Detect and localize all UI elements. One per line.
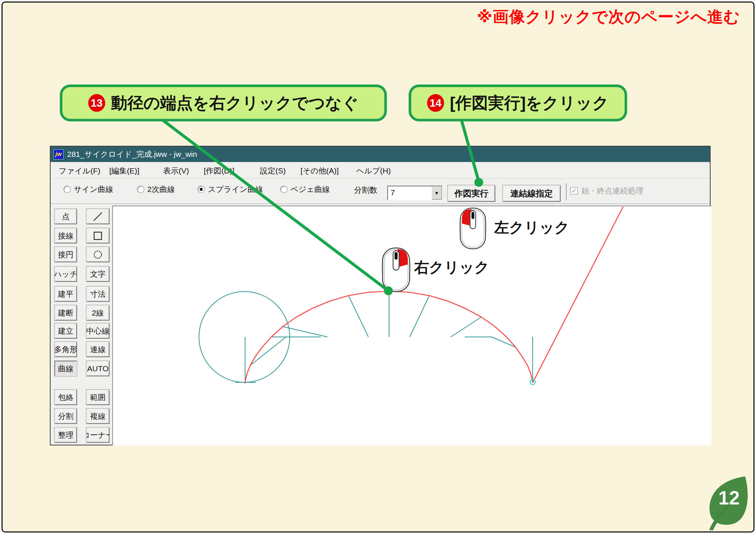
tool-button-point[interactable]: 点 <box>54 209 77 224</box>
tool-button-range[interactable]: 範囲 <box>86 389 110 405</box>
tool-button-dimension[interactable]: 寸法 <box>86 286 110 302</box>
callout-step13: 13 動径の端点を右クリックでつなぐ <box>60 85 387 121</box>
tool-button-tangent[interactable]: 接線 <box>54 228 77 244</box>
tool-button-hatch[interactable]: ハッチ <box>54 266 77 282</box>
radio-icon <box>281 186 287 193</box>
right-click-label: 右クリック <box>414 257 489 278</box>
checkbox-check-icon: ✓ <box>570 187 578 194</box>
rect-icon <box>92 230 103 241</box>
checkbox-label: 始・終点連続処理 <box>581 186 643 196</box>
tool-button-line[interactable] <box>86 209 110 224</box>
start-end-continuous-checkbox[interactable]: ✓ 始・終点連続処理 <box>570 186 643 196</box>
radius-vector-1 <box>250 337 286 365</box>
menu-draw[interactable]: [作図(D)] <box>204 166 234 176</box>
menu-other[interactable]: [その他(A)] <box>300 166 339 176</box>
next-page-note: ※画像クリックで次のページへ進む <box>477 6 740 28</box>
tool-button-centerline[interactable]: 中心線 <box>86 323 110 339</box>
connect-line-button[interactable]: 連結線指定 <box>502 185 561 202</box>
division-count-combobox[interactable]: 7 ▼ <box>387 186 443 200</box>
menu-file[interactable]: ファイル(F) <box>59 166 100 176</box>
tool-button-kendan[interactable]: 建断 <box>54 305 77 321</box>
callout-step14: 14 [作図実行]をクリック <box>409 85 627 121</box>
tool-button-corner[interactable]: コーナー <box>86 427 110 443</box>
page-number: 12 <box>716 487 742 509</box>
radius-vector-3 <box>348 296 368 337</box>
step-number-badge: 13 <box>88 94 105 112</box>
page-number-leaf: 12 <box>703 474 755 530</box>
radio-label: スプライン曲線 <box>208 184 263 194</box>
radio-label: ベジェ曲線 <box>291 184 330 194</box>
menubar: ファイル(F) [編集(E)] 表示(V) [作図(D)] 設定(S) [その他… <box>51 162 710 179</box>
tool-button-tidy[interactable]: 整理 <box>54 427 77 443</box>
tool-button-curve-active[interactable]: 曲線 <box>54 361 77 376</box>
left-click-mouse-icon <box>459 207 487 250</box>
menu-help[interactable]: ヘルプ(H) <box>356 166 391 176</box>
curve-toolbar: サイン曲線 2次曲線 スプライン曲線 ベジェ曲線 分割数 7 ▼ 作図実行 連結… <box>51 179 710 205</box>
radio-sine-curve[interactable]: サイン曲線 <box>64 184 113 194</box>
tool-button-divide[interactable]: 分割 <box>54 408 77 424</box>
tool-button-2lines[interactable]: 2線 <box>86 305 110 321</box>
window-title: 281_サイクロイド_完成.jww - jw_win <box>67 149 197 159</box>
radio-icon <box>137 186 144 193</box>
radio-quadratic-curve[interactable]: 2次曲線 <box>137 184 175 194</box>
tool-button-kenpei[interactable]: 建平 <box>54 286 77 302</box>
tool-button-rectangle[interactable] <box>86 228 110 244</box>
division-count-label: 分割数 <box>354 185 377 195</box>
cycloid-drawing <box>112 206 711 445</box>
callout-text: 動径の端点を右クリックでつなぐ <box>111 92 358 114</box>
tool-button-circle[interactable] <box>86 247 110 262</box>
tool-button-tangent-circle[interactable]: 接円 <box>54 247 77 262</box>
tool-button-kenritsu[interactable]: 建立 <box>54 323 77 339</box>
step-number-badge: 14 <box>427 94 444 112</box>
radio-icon-selected <box>198 186 205 193</box>
radius-vector-5 <box>451 317 481 337</box>
radius-vector-4 <box>410 296 429 337</box>
tool-button-offset[interactable]: 複線 <box>86 408 110 424</box>
radius-vector-6 <box>492 337 516 347</box>
radio-label: 2次曲線 <box>147 184 175 194</box>
radio-bezier-curve[interactable]: ベジェ曲線 <box>281 184 330 194</box>
right-click-mouse-icon <box>381 247 411 293</box>
tool-button-text[interactable]: 文字 <box>86 266 110 282</box>
tool-button-houraku[interactable]: 包絡 <box>54 389 77 405</box>
toolbar-separator <box>566 183 567 200</box>
titlebar[interactable]: jw 281_サイクロイド_完成.jww - jw_win <box>51 147 710 162</box>
line-icon <box>92 211 103 222</box>
left-click-label: 左クリック <box>494 217 570 238</box>
tool-button-polyline[interactable]: 連線 <box>86 341 110 357</box>
radio-spline-curve[interactable]: スプライン曲線 <box>198 184 263 194</box>
callout-text: [作図実行]をクリック <box>450 92 609 114</box>
menu-edit[interactable]: [編集(E)] <box>109 166 140 176</box>
tool-button-auto[interactable]: AUTO <box>86 361 110 376</box>
app-icon: jw <box>54 149 63 159</box>
menu-settings[interactable]: 設定(S) <box>260 166 286 176</box>
combobox-value: 7 <box>388 186 432 200</box>
execute-draw-button[interactable]: 作図実行 <box>447 185 495 202</box>
circle-icon <box>92 249 103 260</box>
tool-button-polygon[interactable]: 多角形 <box>54 341 77 357</box>
slide[interactable]: ※画像クリックで次のページへ進む 13 動径の端点を右クリックでつなぐ 14 [… <box>1 1 755 533</box>
chevron-down-icon[interactable]: ▼ <box>432 186 442 200</box>
radio-label: サイン曲線 <box>74 184 113 194</box>
menu-view[interactable]: 表示(V) <box>163 166 189 176</box>
radio-icon <box>64 186 71 193</box>
